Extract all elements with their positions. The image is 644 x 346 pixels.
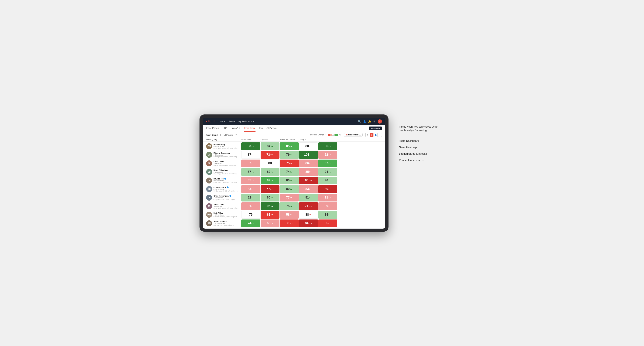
bell-icon[interactable]: 🔔 xyxy=(368,120,371,123)
score-cell: 85 3▼ xyxy=(241,177,260,184)
table-view-button[interactable]: ▦ xyxy=(370,133,374,137)
view-icons: ⊞ ▦ 👤 ↓ xyxy=(366,133,382,137)
player-club: Royal North Devon Golf Club, United King… xyxy=(214,181,239,183)
score-value: 97 xyxy=(324,162,328,165)
score-change: 3▼ xyxy=(328,197,331,198)
tab-pga[interactable]: PGA xyxy=(223,125,227,132)
score-cell: 94 3▲ xyxy=(318,211,337,219)
player-details: Matt Miller 6-10 Handicap Woburn Golf Cl… xyxy=(214,212,237,218)
player-info: CR Chris Robertson 1-5 Handicap Craigmil… xyxy=(206,195,241,201)
score-cell: 83 10▼ xyxy=(299,177,318,184)
score-cell: 88 2▼ xyxy=(299,211,318,219)
col-around-green[interactable]: Around the Green ↕ xyxy=(280,139,299,141)
edit-icon[interactable]: ✏ xyxy=(236,134,237,136)
player-row[interactable]: DB Dave Billingham 1-5 Handicap Gog Mago… xyxy=(206,168,382,176)
player-row[interactable]: BM Blair McHarg Plus Handicap Royal Nort… xyxy=(206,142,382,150)
add-team-button[interactable]: Add Team xyxy=(369,127,382,130)
score-change: 3▲ xyxy=(290,180,292,181)
search-icon[interactable]: 🔍 xyxy=(358,120,361,123)
player-row[interactable]: AN Aaron Nicholls 11-15 Handicap Drift G… xyxy=(206,219,382,227)
user-avatar[interactable]: U xyxy=(378,119,382,124)
score-cell: 73 11▼ xyxy=(260,151,280,159)
player-details: Josh Coles 1-5 Handicap Royal North Devo… xyxy=(214,203,239,209)
score-cell: 71 11▼ xyxy=(299,202,318,210)
player-details: Aaron Nicholls 11-15 Handicap Drift Golf… xyxy=(214,220,234,226)
sub-tabs: PGAT Players PGA Hcaps 1-5 Team Clippd T… xyxy=(203,125,385,132)
player-row[interactable]: CQ Charlie Quick 6-10 Handicap St. Georg… xyxy=(206,185,382,193)
score-change: 1▼ xyxy=(271,222,273,224)
player-row[interactable]: JC Josh Coles 1-5 Handicap Royal North D… xyxy=(206,202,382,210)
score-cell: 94 1▲ xyxy=(318,168,337,176)
score-value: 85 xyxy=(248,178,251,182)
player-row[interactable]: EE Elliot Ebert 1-5 Handicap Sunningdale… xyxy=(206,159,382,168)
player-avatar: CQ xyxy=(206,186,212,192)
score-change: 3▲ xyxy=(328,214,331,216)
score-cell: 95 9▲ xyxy=(318,142,337,150)
nav-my-performance[interactable]: My Performance xyxy=(238,120,254,123)
col-off-tee[interactable]: Off the Tee ↕ xyxy=(241,139,260,141)
player-avatar: AN xyxy=(206,220,212,226)
score-cell: 77 14▼ xyxy=(260,185,280,193)
score-cell: 75 xyxy=(241,211,260,219)
tab-team-clippd[interactable]: Team Clippd xyxy=(244,125,256,132)
score-change: 11▼ xyxy=(309,205,312,207)
col-approach[interactable]: Approach ↕ xyxy=(260,139,280,141)
player-club: Royal North Devon Golf Club, United King… xyxy=(214,207,239,209)
score-cell: 79 9▲ xyxy=(280,151,299,159)
last-rounds-button[interactable]: 📅 Last Rounds: 20 xyxy=(344,133,362,137)
col-player-quality[interactable]: Player Quality ↕ xyxy=(206,139,241,141)
score-change: 2▲ xyxy=(290,205,292,207)
nav-teams[interactable]: Teams xyxy=(229,120,235,123)
score-cell: 95 8▲ xyxy=(260,202,280,210)
player-row[interactable]: DF David Ford Plus Handicap Royal North … xyxy=(206,176,382,184)
score-change: 9▲ xyxy=(328,145,331,147)
player-avatar: JC xyxy=(206,203,212,209)
score-cell: 58 4▲ xyxy=(280,211,299,219)
tab-all-players[interactable]: All Players xyxy=(266,125,276,132)
player-row[interactable]: EC Edward Crossman 1-5 Handicap Sunningd… xyxy=(206,151,382,159)
score-cell: 60 1▼ xyxy=(260,219,280,227)
nav-home[interactable]: Home xyxy=(220,120,225,123)
verified-icon xyxy=(224,178,226,180)
player-club: Sunningdale Golf Club, United Kingdom xyxy=(214,165,239,166)
person-view-button[interactable]: 👤 xyxy=(374,133,378,137)
player-row[interactable]: CR Chris Robertson 1-5 Handicap Craigmil… xyxy=(206,194,382,202)
annotation-item-0: Team Dashboard xyxy=(399,138,444,144)
score-change: 10▼ xyxy=(309,180,312,181)
score-value: 77 xyxy=(286,196,290,199)
score-cell: 75 3▼ xyxy=(280,160,299,167)
score-value: 85 xyxy=(286,144,290,148)
settings-icon[interactable]: ⚙ xyxy=(373,120,376,123)
score-value: 82 xyxy=(248,196,251,199)
person-icon[interactable]: 👤 xyxy=(363,120,366,123)
score-value: 87 xyxy=(248,153,251,157)
score-change: 5▲ xyxy=(328,163,331,164)
score-cell: 77 3▼ xyxy=(280,194,299,201)
score-value: 89 xyxy=(267,178,270,182)
grid-view-button[interactable]: ⊞ xyxy=(366,133,369,137)
score-value: 83 xyxy=(305,178,308,182)
score-value: 94 xyxy=(324,213,328,216)
player-hcp: 6-10 Handicap xyxy=(214,188,239,190)
sort-icon-around-green: ↕ xyxy=(294,139,295,141)
score-value: 91 xyxy=(324,196,328,199)
score-change: 3▲ xyxy=(328,180,331,181)
tab-pgat-players[interactable]: PGAT Players xyxy=(206,125,219,132)
player-details: Chris Robertson 1-5 Handicap Craigmillar… xyxy=(214,195,236,200)
score-change: 1▲ xyxy=(290,188,292,190)
player-info: MM Matt Miller 6-10 Handicap Woburn Golf… xyxy=(206,212,241,218)
tab-tour[interactable]: Tour xyxy=(259,125,263,132)
score-change: 3▼ xyxy=(252,205,254,207)
score-cell: 80 3▲ xyxy=(280,177,299,184)
tab-hcaps[interactable]: Hcaps 1-5 xyxy=(231,125,240,132)
last-rounds-label: Last Rounds: 20 xyxy=(348,134,361,136)
score-cell: 88 1▼ xyxy=(299,142,318,150)
score-cell: 60 2▲ xyxy=(260,194,280,201)
player-row[interactable]: MM Matt Miller 6-10 Handicap Woburn Golf… xyxy=(206,211,382,219)
download-button[interactable]: ↓ xyxy=(378,133,382,137)
col-putting[interactable]: Putting ↕ xyxy=(299,139,318,141)
score-value: 60 xyxy=(267,196,270,199)
round-change: 20 Round Change -5 +5 xyxy=(310,134,341,136)
score-value: 89 xyxy=(324,204,328,208)
score-value: 60 xyxy=(267,221,270,225)
